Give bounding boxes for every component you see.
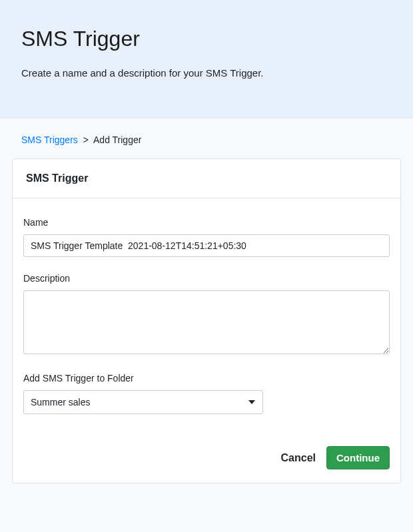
form-group-folder: Add SMS Trigger to Folder Summer sales (23, 373, 390, 414)
content-area: SMS Triggers > Add Trigger SMS Trigger N… (0, 119, 413, 499)
card-body: Name Description Add SMS Trigger to Fold… (13, 198, 400, 483)
name-input[interactable] (23, 234, 390, 257)
breadcrumb-current: Add Trigger (93, 134, 141, 145)
card-header-title: SMS Trigger (26, 172, 387, 184)
folder-select-wrap: Summer sales (23, 390, 263, 414)
continue-button[interactable]: Continue (326, 446, 390, 469)
description-label: Description (23, 273, 390, 284)
breadcrumb-separator: > (83, 134, 89, 145)
form-card: SMS Trigger Name Description Add SMS Tri… (12, 158, 401, 483)
cancel-button[interactable]: Cancel (280, 449, 317, 467)
page-title: SMS Trigger (21, 27, 392, 51)
description-textarea[interactable] (23, 290, 390, 354)
form-group-name: Name (23, 217, 390, 257)
actions-row: Cancel Continue (23, 446, 390, 469)
folder-select[interactable]: Summer sales (23, 390, 263, 414)
form-group-description: Description (23, 273, 390, 357)
folder-label: Add SMS Trigger to Folder (23, 373, 390, 384)
breadcrumb-link-sms-triggers[interactable]: SMS Triggers (21, 134, 78, 145)
name-label: Name (23, 217, 390, 228)
breadcrumb: SMS Triggers > Add Trigger (21, 134, 402, 145)
page-header: SMS Trigger Create a name and a descript… (0, 0, 413, 119)
page-subtitle: Create a name and a description for your… (21, 67, 392, 79)
card-header: SMS Trigger (13, 159, 400, 198)
